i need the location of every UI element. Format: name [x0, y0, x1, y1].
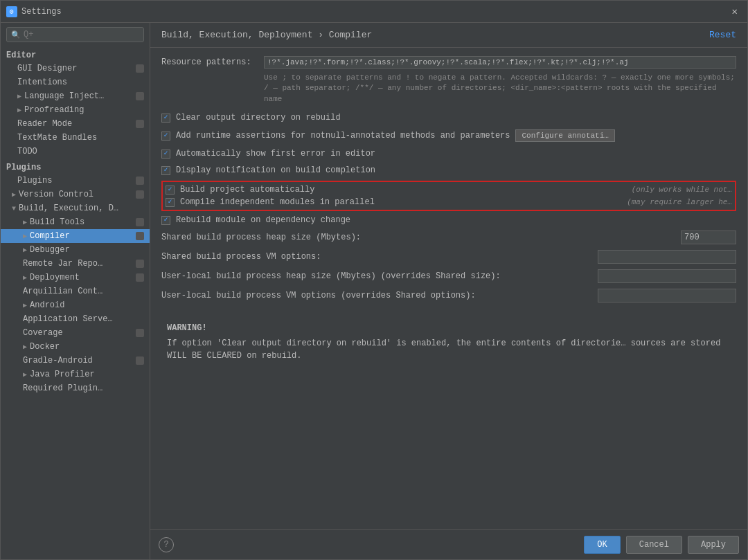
user-heap-label: User-local build process heap size (Mbyt… — [161, 271, 598, 281]
sidebar-item-required-plugin[interactable]: Required Plugin… — [1, 381, 150, 395]
close-button[interactable]: ✕ — [728, 4, 742, 19]
window-title: Settings — [21, 7, 728, 17]
compiler-icon — [136, 232, 144, 240]
resource-patterns-value: !?*.java;!?*.form;!?*.class;!?*.groovy;!… — [264, 56, 736, 69]
sidebar-item-plugins[interactable]: Plugins — [1, 174, 150, 188]
sidebar-item-coverage[interactable]: Coverage — [1, 326, 150, 340]
compile-parallel-checkbox[interactable] — [166, 198, 175, 207]
gui-designer-icon — [136, 64, 144, 73]
heap-size-input[interactable] — [681, 231, 736, 244]
expand-arrow: ▶ — [23, 370, 27, 379]
ok-button[interactable]: OK — [584, 536, 620, 554]
help-button[interactable]: ? — [159, 537, 174, 552]
user-vm-row: User-local build process VM options (ove… — [161, 289, 736, 302]
resource-hint: Use ; to separate patterns and ! to nega… — [264, 73, 736, 105]
build-tools-icon — [136, 218, 144, 226]
app-icon: ⚙ — [6, 6, 17, 17]
sidebar-item-gradle-android[interactable]: Gradle-Android — [1, 354, 150, 368]
runtime-assertions-row: Add runtime assertions for notnull-annot… — [161, 128, 736, 143]
expand-arrow: ▶ — [17, 106, 21, 114]
build-auto-checkbox[interactable] — [166, 186, 175, 195]
build-auto-row: Build project automatically (only works … — [166, 183, 732, 196]
warning-box: WARNING! If option 'Clear output directo… — [161, 316, 736, 368]
expand-arrow: ▶ — [23, 218, 27, 226]
content-area: 🔍 Editor GUI Designer Intentions ▶ Langu… — [1, 23, 747, 559]
build-auto-label: Build project automatically — [180, 185, 314, 195]
sidebar-item-proofreading[interactable]: ▶ Proofreading — [1, 103, 150, 117]
vm-options-label: Shared build process VM options: — [161, 252, 598, 262]
sidebar: 🔍 Editor GUI Designer Intentions ▶ Langu… — [1, 23, 150, 559]
highlighted-build-group: Build project automatically (only works … — [161, 181, 736, 211]
search-icon: 🔍 — [11, 30, 21, 39]
deployment-icon — [136, 273, 144, 282]
rebuild-module-row: Rebuild module on dependency change — [161, 214, 736, 226]
main-content: Build, Execution, Deployment › Compiler … — [150, 23, 747, 559]
user-vm-input[interactable] — [598, 289, 736, 302]
cancel-button[interactable]: Cancel — [626, 536, 682, 554]
resource-patterns-row: Resource patterns: !?*.java;!?*.form;!?*… — [161, 56, 736, 69]
expand-arrow: ▼ — [12, 205, 16, 213]
plugins-icon — [136, 177, 144, 185]
expand-arrow: ▶ — [23, 301, 27, 309]
display-notification-label: Display notification on build completion — [176, 165, 375, 175]
sidebar-item-build-execution[interactable]: ▼ Build, Execution, D… — [1, 201, 150, 215]
sidebar-item-gui-designer[interactable]: GUI Designer — [1, 62, 150, 75]
vm-options-input[interactable] — [598, 250, 736, 264]
coverage-icon — [136, 329, 144, 337]
heap-size-label: Shared build process heap size (Mbytes): — [161, 233, 681, 242]
remote-jar-icon — [136, 260, 144, 268]
editor-section-label: Editor — [1, 46, 150, 62]
sidebar-item-java-profiler[interactable]: ▶ Java Profiler — [1, 368, 150, 381]
show-first-error-checkbox[interactable] — [161, 150, 170, 159]
expand-arrow: ▶ — [23, 343, 27, 351]
sidebar-item-android[interactable]: ▶ Android — [1, 298, 150, 312]
sidebar-item-version-control[interactable]: ▶ Version Control — [1, 188, 150, 201]
apply-button[interactable]: Apply — [688, 536, 739, 554]
user-vm-label: User-local build process VM options (ove… — [161, 291, 598, 300]
compile-parallel-row: Compile independent modules in parallel … — [166, 196, 732, 208]
title-bar: ⚙ Settings ✕ — [1, 1, 747, 23]
user-heap-input[interactable] — [598, 269, 736, 283]
sidebar-item-docker[interactable]: ▶ Docker — [1, 340, 150, 354]
sidebar-item-textmate[interactable]: TextMate Bundles — [1, 131, 150, 145]
rebuild-module-label: Rebuild module on dependency change — [176, 215, 350, 225]
settings-body: Resource patterns: !?*.java;!?*.form;!?*… — [150, 48, 747, 529]
sidebar-item-remote-jar[interactable]: Remote Jar Repo… — [1, 257, 150, 271]
user-heap-row: User-local build process heap size (Mbyt… — [161, 269, 736, 283]
reader-mode-icon — [136, 120, 144, 128]
reset-link[interactable]: Reset — [709, 30, 736, 40]
warning-text: If option 'Clear output directory on reb… — [167, 337, 731, 362]
clear-output-label: Clear output directory on rebuild — [176, 113, 341, 123]
compile-parallel-note: (may require larger he… — [627, 198, 732, 206]
clear-output-checkbox[interactable] — [161, 114, 170, 123]
sidebar-item-language-inject[interactable]: ▶ Language Inject… — [1, 89, 150, 103]
sidebar-item-todo[interactable]: TODO — [1, 145, 150, 159]
sidebar-item-debugger[interactable]: ▶ Debugger — [1, 243, 150, 257]
sidebar-item-intentions[interactable]: Intentions — [1, 75, 150, 89]
expand-arrow: ▶ — [23, 273, 27, 282]
runtime-assertions-checkbox[interactable] — [161, 132, 170, 141]
sidebar-item-build-tools[interactable]: ▶ Build Tools — [1, 215, 150, 229]
clear-output-row: Clear output directory on rebuild — [161, 111, 736, 124]
sidebar-item-compiler[interactable]: ▶ Compiler — [1, 229, 150, 243]
compile-parallel-label: Compile independent modules in parallel — [180, 197, 375, 207]
resource-patterns-label: Resource patterns: — [161, 56, 258, 67]
bottom-bar: ? OK Cancel Apply — [150, 529, 747, 559]
sidebar-item-arquillian[interactable]: Arquillian Cont… — [1, 284, 150, 298]
breadcrumb-bar: Build, Execution, Deployment › Compiler … — [150, 23, 747, 48]
vm-options-row: Shared build process VM options: — [161, 250, 736, 264]
show-first-error-label: Automatically show first error in editor — [176, 149, 375, 159]
search-box[interactable]: 🔍 — [6, 27, 144, 42]
configure-annotations-button[interactable]: Configure annotati… — [515, 129, 614, 142]
gradle-android-icon — [136, 356, 144, 365]
runtime-assertions-label: Add runtime assertions for notnull-annot… — [176, 131, 510, 141]
expand-arrow: ▶ — [23, 246, 27, 254]
display-notification-checkbox[interactable] — [161, 166, 170, 175]
vc-icon — [136, 190, 144, 199]
rebuild-module-checkbox[interactable] — [161, 216, 170, 225]
action-buttons: OK Cancel Apply — [584, 536, 739, 554]
search-input[interactable] — [24, 30, 139, 39]
sidebar-item-deployment[interactable]: ▶ Deployment — [1, 271, 150, 284]
sidebar-item-reader-mode[interactable]: Reader Mode — [1, 117, 150, 131]
sidebar-item-app-server[interactable]: Application Serve… — [1, 312, 150, 326]
